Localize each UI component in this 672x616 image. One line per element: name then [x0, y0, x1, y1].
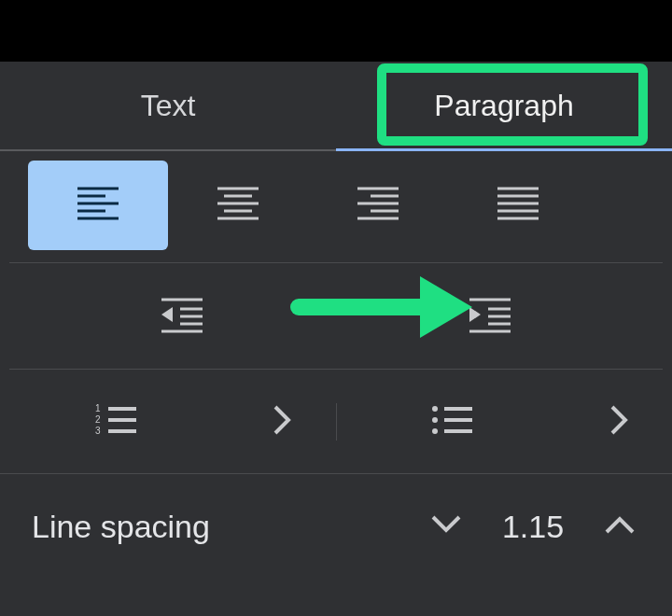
line-spacing-controls: 1.15 [426, 506, 640, 547]
svg-marker-28 [469, 307, 481, 322]
svg-text:1: 1 [95, 403, 101, 413]
tabs: Text Paragraph [0, 62, 672, 151]
decrease-indent-button[interactable] [28, 263, 336, 369]
svg-text:2: 2 [95, 414, 101, 425]
numbered-list-icon: 1 2 3 [95, 403, 136, 441]
decrease-indent-icon [161, 296, 203, 337]
list-row: 1 2 3 [0, 370, 672, 474]
svg-marker-22 [161, 307, 173, 322]
bulleted-list-icon [431, 403, 472, 441]
tab-paragraph[interactable]: Paragraph [336, 62, 672, 149]
align-center-button[interactable] [168, 161, 308, 250]
numbered-list-button[interactable]: 1 2 3 [0, 403, 231, 441]
bulleted-list-group [337, 403, 673, 441]
alignment-row [9, 151, 663, 263]
svg-point-41 [432, 428, 438, 434]
format-panel: Text Paragraph [0, 62, 672, 616]
window-top-bar [0, 0, 672, 62]
align-left-icon [77, 185, 119, 226]
svg-point-40 [432, 417, 438, 423]
bulleted-list-more-button[interactable] [567, 405, 672, 439]
chevron-right-icon [610, 405, 629, 439]
bulleted-list-button[interactable] [337, 403, 567, 441]
increase-indent-button[interactable] [336, 263, 644, 369]
increase-indent-icon [469, 296, 511, 337]
align-left-button[interactable] [28, 161, 168, 250]
line-spacing-decrease-button[interactable] [426, 506, 467, 547]
align-justify-button[interactable] [448, 161, 588, 250]
line-spacing-row: Line spacing 1.15 [0, 474, 672, 579]
indent-row [9, 263, 663, 370]
align-right-icon [357, 185, 399, 226]
chevron-up-icon [605, 515, 635, 538]
line-spacing-increase-button[interactable] [599, 506, 640, 547]
active-tab-indicator [336, 148, 672, 151]
chevron-right-icon [273, 405, 292, 439]
tab-text[interactable]: Text [0, 62, 336, 149]
line-spacing-value: 1.15 [500, 509, 566, 545]
align-right-button[interactable] [308, 161, 448, 250]
align-justify-icon [497, 185, 539, 226]
svg-point-39 [432, 406, 438, 412]
line-spacing-label: Line spacing [32, 509, 426, 545]
align-center-icon [217, 185, 259, 226]
chevron-down-icon [431, 515, 461, 538]
numbered-list-more-button[interactable] [231, 405, 335, 439]
numbered-list-group: 1 2 3 [0, 403, 337, 441]
svg-text:3: 3 [95, 426, 101, 436]
